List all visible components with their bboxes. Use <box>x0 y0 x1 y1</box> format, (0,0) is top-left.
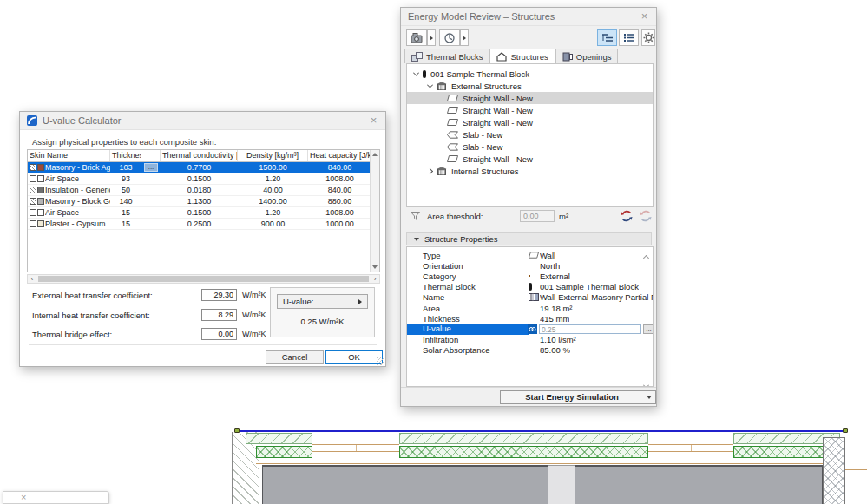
vertical-scrollbar[interactable] <box>370 150 379 272</box>
table-row[interactable]: Masonry - Block Gen... 140 1.1300 1400.0… <box>28 196 379 207</box>
table-row[interactable]: Plaster - Gypsum 15 0.2500 900.00 1000.0… <box>28 219 379 230</box>
thickness-value: 93 <box>110 173 141 184</box>
thickness-value: 103 <box>110 162 141 173</box>
scroll-left-icon[interactable]: ‹ <box>28 275 36 283</box>
u-value-browse-button[interactable]: ... <box>643 324 654 334</box>
ok-button[interactable]: OK <box>325 350 383 364</box>
contour-line <box>844 469 867 470</box>
tab-openings[interactable]: Openings <box>555 49 619 63</box>
property-value: 19.18 m² <box>540 304 573 313</box>
tree-view-toggle[interactable] <box>597 29 617 46</box>
external-coefficient-unit: W/m²K <box>242 291 266 299</box>
expander-icon[interactable] <box>427 167 433 173</box>
conductivity-value: 0.0180 <box>161 185 238 195</box>
filter-icon <box>411 212 420 220</box>
floor-plan-canvas[interactable] <box>213 425 867 504</box>
tree-item-external-structures[interactable]: External Structures <box>407 80 653 92</box>
scroll-up-icon[interactable] <box>372 153 378 156</box>
heat-capacity-value: 1008.00 <box>308 173 371 184</box>
tab-structures[interactable]: Structures <box>489 49 555 64</box>
tree-item-thermal-block[interactable]: 001 Sample Thermal Block <box>407 68 653 80</box>
table-row[interactable]: Air Space 93 0.1500 1.20 1008.00 <box>28 173 379 185</box>
property-row[interactable]: Type Wall <box>407 250 653 260</box>
property-row[interactable]: Area 19.18 m² <box>407 303 653 313</box>
property-row[interactable]: Thermal Block 001 Sample Thermal Block <box>407 282 653 292</box>
update-review-button[interactable] <box>621 210 633 226</box>
u-value-input[interactable] <box>539 324 641 334</box>
dialog-footer: Start Energy Simulation <box>401 387 656 406</box>
tree-item-internal-structures[interactable]: Internal Structures <box>407 165 653 177</box>
tree-item-wall[interactable]: Straight Wall - New <box>407 153 653 165</box>
dialog-titlebar[interactable]: Energy Model Review – Structures <box>401 8 656 26</box>
review-update-button[interactable] <box>439 29 460 46</box>
column-header[interactable]: Thickness <box>110 150 141 161</box>
close-icon[interactable]: × <box>366 114 381 128</box>
selection-handle[interactable] <box>234 428 240 433</box>
joint-strip <box>548 465 575 504</box>
tree-item-wall[interactable]: Straight Wall - New <box>407 92 653 104</box>
horizontal-scrollbar[interactable]: ‹ › <box>27 274 380 284</box>
u-value-mode-button[interactable]: U-value: <box>277 294 368 309</box>
close-icon[interactable]: × <box>21 492 26 503</box>
list-view-toggle[interactable] <box>619 29 639 46</box>
scroll-down-icon[interactable] <box>372 265 378 269</box>
column-header[interactable]: Skin Name <box>28 150 110 161</box>
skin-name: Masonry - Block Gen... <box>45 196 110 206</box>
table-row[interactable]: Insulation - Generic ... 50 0.0180 40.00… <box>28 185 379 196</box>
property-row-u-value[interactable]: U-value ... <box>407 324 653 334</box>
property-row[interactable]: Category External <box>407 271 653 281</box>
selection-handle[interactable] <box>843 428 848 433</box>
wall-icon <box>447 107 458 114</box>
tree-item-wall[interactable]: Straight Wall - New <box>407 116 653 128</box>
tree-item-slab[interactable]: Slab - New <box>407 141 653 153</box>
energy-model-options-dropdown[interactable] <box>427 29 436 46</box>
expander-icon[interactable] <box>427 82 433 88</box>
property-row[interactable]: Orientation North <box>407 260 653 271</box>
property-row[interactable]: Infiltration 1.10 l/sm² <box>407 335 653 345</box>
column-header[interactable]: Heat capacity [J/kgK] <box>308 150 371 161</box>
start-energy-simulation-button[interactable]: Start Energy Simulation <box>500 390 644 404</box>
update-review-disabled-button <box>640 210 652 226</box>
tree-item-wall[interactable]: Straight Wall - New <box>407 104 653 116</box>
column-header[interactable]: Thermal conductivity [W/m... <box>161 150 238 161</box>
thermal-bridge-input[interactable] <box>201 328 237 340</box>
cancel-button[interactable]: Cancel <box>266 350 324 364</box>
dialog-titlebar[interactable]: U-value Calculator <box>20 112 385 130</box>
skin-browse-button[interactable]: ... <box>144 163 158 172</box>
internal-coefficient-input[interactable] <box>201 309 237 321</box>
structure-properties-header[interactable]: Structure Properties <box>406 232 652 245</box>
table-row[interactable]: Masonry - Brick Aged 103 ... 0.7700 1500… <box>28 162 379 173</box>
conductivity-value: 0.2500 <box>161 219 238 229</box>
heat-capacity-value: 840.00 <box>308 162 371 173</box>
expander-icon[interactable] <box>413 69 419 75</box>
close-icon[interactable]: × <box>637 10 652 24</box>
property-row[interactable]: Solar Absorptance 85.00 % <box>407 345 653 356</box>
resize-grip[interactable] <box>377 357 384 365</box>
property-row[interactable]: Name Wall-External-Masonry Partial Fill <box>407 292 653 303</box>
u-value-mode-label: U-value: <box>283 297 313 306</box>
structure-tree-panel[interactable]: 001 Sample Thermal Block External Struct… <box>406 63 654 207</box>
area-threshold-input[interactable] <box>520 210 555 222</box>
column-header[interactable]: Density [kg/m³] <box>238 150 308 161</box>
column-header[interactable] <box>141 150 161 161</box>
settings-button[interactable] <box>641 29 655 46</box>
scroll-right-icon[interactable]: › <box>371 275 379 283</box>
property-row[interactable]: Thickness 415 mm <box>407 313 653 324</box>
dialog-title: Energy Model Review – Structures <box>408 11 555 22</box>
tab-label: Thermal Blocks <box>426 52 483 62</box>
table-row[interactable]: Air Space 15 0.1500 1.20 1008.00 <box>28 207 379 219</box>
external-coefficient-input[interactable] <box>201 289 237 301</box>
surface-color-swatch <box>37 198 44 205</box>
start-simulation-dropdown[interactable] <box>643 390 656 404</box>
skin-name: Insulation - Generic ... <box>45 185 110 195</box>
selected-edge-line[interactable] <box>237 430 846 432</box>
energy-model-options-button[interactable] <box>406 29 427 46</box>
category-color-swatch <box>529 275 530 277</box>
tab-thermal-blocks[interactable]: Thermal Blocks <box>404 49 489 63</box>
thermal-block-icon <box>423 70 426 78</box>
scrollbar-thumb[interactable] <box>38 276 369 282</box>
review-update-dropdown[interactable] <box>460 29 469 46</box>
tree-item-slab[interactable]: Slab - New <box>407 128 653 141</box>
wall-end-hatch <box>823 437 845 504</box>
mini-palette[interactable]: × <box>3 491 109 504</box>
